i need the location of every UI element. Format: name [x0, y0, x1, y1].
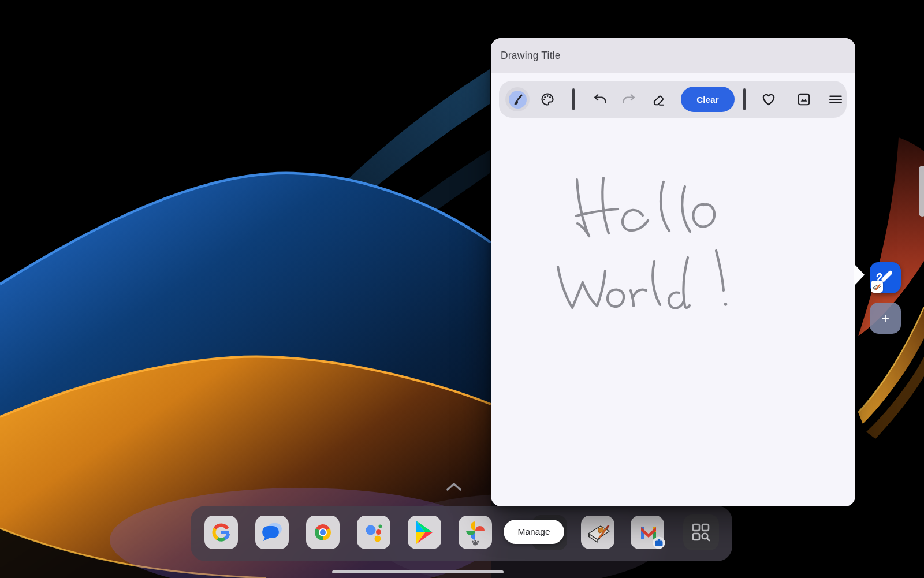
undo-icon: [593, 92, 608, 107]
drawing-app-window: Drawing Title: [491, 38, 855, 506]
journal-mini-icon: [871, 281, 883, 293]
palette-icon: [540, 92, 555, 107]
dock-app-chrome[interactable]: [306, 516, 340, 549]
insert-image-button[interactable]: [796, 92, 811, 107]
drawing-canvas[interactable]: [491, 118, 855, 506]
gmail-icon: [631, 516, 669, 554]
journal-book-icon: [581, 516, 614, 549]
hamburger-menu-icon: [828, 92, 843, 107]
journal-mini-badge: [871, 281, 883, 293]
plus-icon: +: [881, 310, 889, 326]
toolbar-divider: [743, 88, 746, 110]
menu-button[interactable]: [828, 92, 843, 107]
assistant-icon: [357, 516, 390, 549]
stylus-notes-bubble[interactable]: [870, 262, 901, 293]
palette-tool-button[interactable]: [540, 92, 555, 107]
chevron-up-icon[interactable]: [446, 483, 461, 491]
window-titlebar[interactable]: Drawing Title: [491, 38, 855, 73]
paw-badge: [472, 540, 479, 546]
heart-icon: [761, 92, 776, 107]
desktop-screen: Manage Drawing Title: [0, 0, 924, 578]
manage-label: Manage: [517, 527, 550, 537]
dock-app-google[interactable]: [204, 516, 238, 549]
redo-icon: [621, 92, 636, 107]
eraser-button[interactable]: [651, 92, 666, 107]
play-store-icon: [408, 516, 441, 549]
eraser-icon: [651, 92, 666, 107]
dock-app-messages[interactable]: [255, 516, 289, 549]
brush-icon: [511, 92, 524, 106]
dock-app-journal[interactable]: [581, 516, 614, 549]
image-icon: [796, 92, 811, 107]
dock-app-drawer[interactable]: [683, 514, 719, 550]
dock-app-play-store[interactable]: [408, 516, 441, 549]
favorite-button[interactable]: [761, 92, 776, 107]
add-bubble[interactable]: +: [870, 303, 901, 334]
drawing-toolbar: Clear: [499, 81, 847, 118]
undo-button[interactable]: [593, 92, 608, 107]
edge-scrollbar[interactable]: [919, 166, 924, 217]
edge-attach-arrow[interactable]: [854, 264, 865, 286]
brush-tool-button[interactable]: [505, 87, 530, 111]
brush-selected-indicator: [509, 91, 527, 109]
redo-button[interactable]: [621, 92, 636, 107]
gesture-navigation-bar[interactable]: [332, 570, 504, 573]
google-icon: [204, 516, 238, 549]
dock-app-photos[interactable]: [459, 516, 492, 549]
app-drawer-search-icon: [683, 514, 719, 550]
photos-icon: [459, 516, 492, 549]
messages-icon: [255, 516, 289, 549]
dock-app-gmail[interactable]: [631, 516, 664, 549]
dock-app-assistant[interactable]: [357, 516, 390, 549]
work-badge: [653, 537, 665, 549]
taskbar-dock: [191, 506, 732, 561]
manage-tooltip[interactable]: Manage: [504, 520, 564, 544]
window-title: Drawing Title: [501, 50, 561, 62]
chrome-icon: [306, 516, 340, 549]
toolbar-divider: [572, 88, 575, 110]
clear-button[interactable]: Clear: [681, 87, 735, 112]
